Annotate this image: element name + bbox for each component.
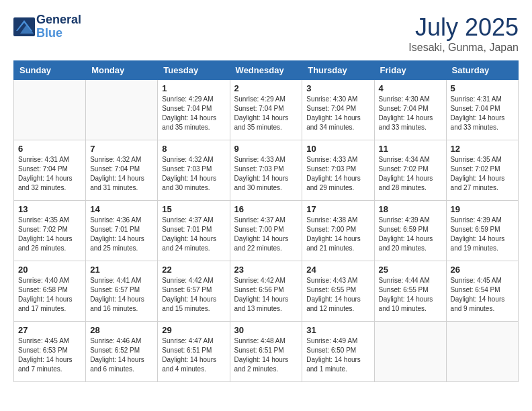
- calendar-cell: 8Sunrise: 4:32 AM Sunset: 7:03 PM Daylig…: [158, 140, 230, 201]
- logo-text-line1: General: [36, 13, 81, 27]
- calendar-cell: 21Sunrise: 4:41 AM Sunset: 6:57 PM Dayli…: [86, 261, 158, 322]
- day-info: Sunrise: 4:37 AM Sunset: 7:01 PM Dayligh…: [162, 216, 225, 253]
- calendar-cell: 17Sunrise: 4:38 AM Sunset: 7:00 PM Dayli…: [302, 201, 374, 261]
- day-number: 8: [162, 144, 225, 154]
- location-title: Isesaki, Gunma, Japan: [408, 42, 519, 54]
- day-info: Sunrise: 4:35 AM Sunset: 7:02 PM Dayligh…: [18, 216, 81, 253]
- day-info: Sunrise: 4:39 AM Sunset: 6:59 PM Dayligh…: [451, 216, 514, 253]
- day-info: Sunrise: 4:33 AM Sunset: 7:03 PM Dayligh…: [306, 155, 369, 193]
- day-number: 29: [162, 325, 225, 335]
- weekday-header-thursday: Thursday: [302, 61, 374, 80]
- day-info: Sunrise: 4:32 AM Sunset: 7:04 PM Dayligh…: [90, 155, 153, 193]
- calendar-cell: 31Sunrise: 4:49 AM Sunset: 6:50 PM Dayli…: [302, 322, 374, 382]
- week-row-4: 20Sunrise: 4:40 AM Sunset: 6:58 PM Dayli…: [14, 261, 519, 322]
- day-info: Sunrise: 4:47 AM Sunset: 6:51 PM Dayligh…: [162, 336, 225, 374]
- day-info: Sunrise: 4:45 AM Sunset: 6:54 PM Dayligh…: [451, 276, 514, 314]
- day-number: 2: [234, 83, 298, 93]
- calendar-cell: 29Sunrise: 4:47 AM Sunset: 6:51 PM Dayli…: [158, 322, 230, 382]
- day-number: 31: [306, 325, 369, 335]
- day-info: Sunrise: 4:30 AM Sunset: 7:04 PM Dayligh…: [306, 95, 369, 132]
- calendar-cell: 26Sunrise: 4:45 AM Sunset: 6:54 PM Dayli…: [446, 261, 518, 322]
- week-row-5: 27Sunrise: 4:45 AM Sunset: 6:53 PM Dayli…: [14, 322, 519, 382]
- day-info: Sunrise: 4:38 AM Sunset: 7:00 PM Dayligh…: [306, 216, 369, 253]
- day-info: Sunrise: 4:49 AM Sunset: 6:50 PM Dayligh…: [306, 336, 369, 374]
- day-number: 3: [306, 83, 369, 93]
- day-number: 5: [451, 83, 514, 93]
- day-number: 18: [379, 204, 442, 214]
- day-number: 19: [451, 204, 514, 214]
- calendar-cell: 5Sunrise: 4:31 AM Sunset: 7:04 PM Daylig…: [446, 80, 518, 140]
- calendar-cell: 22Sunrise: 4:42 AM Sunset: 6:57 PM Dayli…: [158, 261, 230, 322]
- day-number: 22: [162, 265, 225, 275]
- day-info: Sunrise: 4:48 AM Sunset: 6:51 PM Dayligh…: [234, 336, 298, 374]
- week-row-2: 6Sunrise: 4:31 AM Sunset: 7:04 PM Daylig…: [14, 140, 519, 201]
- calendar-cell: 12Sunrise: 4:35 AM Sunset: 7:02 PM Dayli…: [446, 140, 518, 201]
- day-info: Sunrise: 4:46 AM Sunset: 6:52 PM Dayligh…: [90, 336, 153, 374]
- day-info: Sunrise: 4:36 AM Sunset: 7:01 PM Dayligh…: [90, 216, 153, 253]
- day-info: Sunrise: 4:37 AM Sunset: 7:00 PM Dayligh…: [234, 216, 298, 253]
- day-number: 14: [90, 204, 153, 214]
- calendar-cell: 13Sunrise: 4:35 AM Sunset: 7:02 PM Dayli…: [14, 201, 86, 261]
- title-block: July 2025 Isesaki, Gunma, Japan: [408, 13, 519, 54]
- calendar-cell: 20Sunrise: 4:40 AM Sunset: 6:58 PM Dayli…: [14, 261, 86, 322]
- day-info: Sunrise: 4:30 AM Sunset: 7:04 PM Dayligh…: [379, 95, 442, 132]
- day-number: 12: [451, 144, 514, 154]
- day-info: Sunrise: 4:40 AM Sunset: 6:58 PM Dayligh…: [18, 276, 81, 314]
- day-info: Sunrise: 4:41 AM Sunset: 6:57 PM Dayligh…: [90, 276, 153, 314]
- day-number: 27: [18, 325, 81, 335]
- day-info: Sunrise: 4:44 AM Sunset: 6:55 PM Dayligh…: [379, 276, 442, 314]
- weekday-header-wednesday: Wednesday: [230, 61, 302, 80]
- calendar-cell: 2Sunrise: 4:29 AM Sunset: 7:04 PM Daylig…: [230, 80, 302, 140]
- weekday-header-sunday: Sunday: [14, 61, 86, 80]
- day-info: Sunrise: 4:29 AM Sunset: 7:04 PM Dayligh…: [234, 95, 298, 132]
- month-title: July 2025: [408, 13, 519, 42]
- calendar-cell: 3Sunrise: 4:30 AM Sunset: 7:04 PM Daylig…: [302, 80, 374, 140]
- day-number: 17: [306, 204, 369, 214]
- week-row-3: 13Sunrise: 4:35 AM Sunset: 7:02 PM Dayli…: [14, 201, 519, 261]
- logo: General Blue: [13, 13, 81, 40]
- day-number: 6: [18, 144, 81, 154]
- day-info: Sunrise: 4:31 AM Sunset: 7:04 PM Dayligh…: [18, 155, 81, 193]
- calendar-header-row: SundayMondayTuesdayWednesdayThursdayFrid…: [14, 61, 519, 80]
- calendar-cell: 10Sunrise: 4:33 AM Sunset: 7:03 PM Dayli…: [302, 140, 374, 201]
- calendar-cell: 25Sunrise: 4:44 AM Sunset: 6:55 PM Dayli…: [374, 261, 446, 322]
- day-number: 9: [234, 144, 298, 154]
- calendar-cell: [446, 322, 518, 382]
- calendar-cell: 28Sunrise: 4:46 AM Sunset: 6:52 PM Dayli…: [86, 322, 158, 382]
- calendar-cell: 19Sunrise: 4:39 AM Sunset: 6:59 PM Dayli…: [446, 201, 518, 261]
- calendar-cell: 15Sunrise: 4:37 AM Sunset: 7:01 PM Dayli…: [158, 201, 230, 261]
- weekday-header-friday: Friday: [374, 61, 446, 80]
- day-info: Sunrise: 4:35 AM Sunset: 7:02 PM Dayligh…: [451, 155, 514, 193]
- day-info: Sunrise: 4:39 AM Sunset: 6:59 PM Dayligh…: [379, 216, 442, 253]
- calendar-cell: 1Sunrise: 4:29 AM Sunset: 7:04 PM Daylig…: [158, 80, 230, 140]
- day-number: 13: [18, 204, 81, 214]
- calendar-cell: 23Sunrise: 4:42 AM Sunset: 6:56 PM Dayli…: [230, 261, 302, 322]
- weekday-header-saturday: Saturday: [446, 61, 518, 80]
- calendar-cell: 14Sunrise: 4:36 AM Sunset: 7:01 PM Dayli…: [86, 201, 158, 261]
- calendar-cell: 24Sunrise: 4:43 AM Sunset: 6:55 PM Dayli…: [302, 261, 374, 322]
- calendar-cell: 27Sunrise: 4:45 AM Sunset: 6:53 PM Dayli…: [14, 322, 86, 382]
- logo-icon: [13, 17, 35, 36]
- day-info: Sunrise: 4:42 AM Sunset: 6:57 PM Dayligh…: [162, 276, 225, 314]
- day-number: 1: [162, 83, 225, 93]
- day-info: Sunrise: 4:42 AM Sunset: 6:56 PM Dayligh…: [234, 276, 298, 314]
- day-number: 26: [451, 265, 514, 275]
- calendar-cell: 9Sunrise: 4:33 AM Sunset: 7:03 PM Daylig…: [230, 140, 302, 201]
- day-info: Sunrise: 4:33 AM Sunset: 7:03 PM Dayligh…: [234, 155, 298, 193]
- day-number: 16: [234, 204, 298, 214]
- calendar-cell: 6Sunrise: 4:31 AM Sunset: 7:04 PM Daylig…: [14, 140, 86, 201]
- calendar-cell: 4Sunrise: 4:30 AM Sunset: 7:04 PM Daylig…: [374, 80, 446, 140]
- weekday-header-monday: Monday: [86, 61, 158, 80]
- day-number: 21: [90, 265, 153, 275]
- day-number: 4: [379, 83, 442, 93]
- calendar-cell: [14, 80, 86, 140]
- day-info: Sunrise: 4:32 AM Sunset: 7:03 PM Dayligh…: [162, 155, 225, 193]
- page-header: General Blue July 2025 Isesaki, Gunma, J…: [13, 13, 519, 54]
- day-number: 23: [234, 265, 298, 275]
- day-number: 20: [18, 265, 81, 275]
- day-number: 28: [90, 325, 153, 335]
- day-number: 10: [306, 144, 369, 154]
- day-number: 25: [379, 265, 442, 275]
- day-info: Sunrise: 4:31 AM Sunset: 7:04 PM Dayligh…: [451, 95, 514, 132]
- calendar-table: SundayMondayTuesdayWednesdayThursdayFrid…: [13, 60, 519, 382]
